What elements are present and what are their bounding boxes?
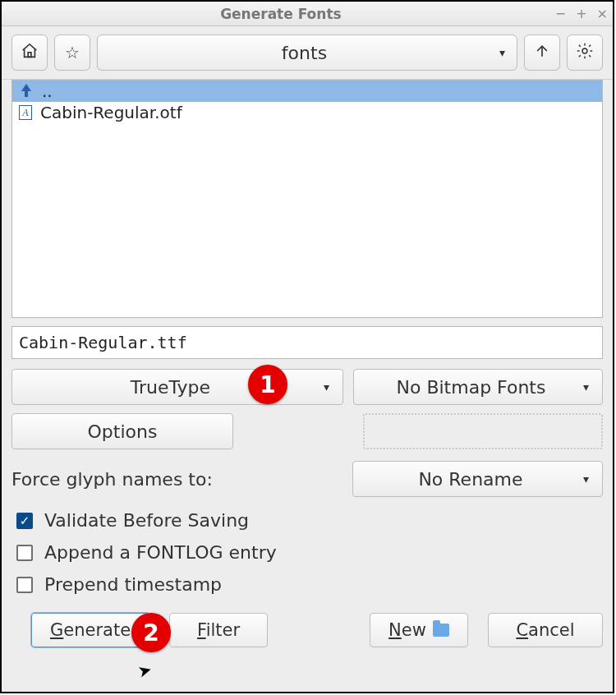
- chevron-down-icon: ▾: [583, 380, 589, 394]
- checkbox-label: Prepend timestamp: [44, 574, 222, 595]
- svg-point-1: [582, 48, 587, 53]
- toolbar: ☆ fonts ▾: [2, 26, 613, 80]
- checkbox-icon: [16, 545, 33, 561]
- button-label: Filter: [197, 620, 240, 640]
- filename-input[interactable]: [11, 326, 603, 359]
- button-label: New: [388, 620, 426, 640]
- gear-icon: [576, 42, 594, 64]
- filter-button[interactable]: Filter: [169, 613, 268, 647]
- checkbox-label: Validate Before Saving: [44, 510, 249, 531]
- button-label: Cancel: [516, 620, 574, 640]
- settings-button[interactable]: [567, 35, 603, 71]
- glyph-rename-value: No Rename: [366, 469, 575, 490]
- home-button[interactable]: [11, 35, 48, 71]
- font-format-select[interactable]: TrueType ▾: [11, 369, 343, 405]
- bitmap-format-select[interactable]: No Bitmap Fonts ▾: [353, 369, 603, 405]
- options-button[interactable]: Options: [11, 413, 233, 449]
- bookmark-button[interactable]: ☆: [54, 35, 90, 71]
- chevron-down-icon: ▾: [583, 472, 589, 486]
- chevron-down-icon: ▾: [499, 46, 505, 59]
- options-label: Options: [88, 421, 158, 442]
- path-dropdown[interactable]: fonts ▾: [97, 35, 517, 71]
- up-arrow-icon: [534, 43, 550, 63]
- glyph-rename-select[interactable]: No Rename ▾: [352, 461, 603, 497]
- bitmap-format-label: No Bitmap Fonts: [367, 377, 575, 398]
- window-title: Generate Fonts: [7, 6, 555, 22]
- checkbox-label: Append a FONTLOG entry: [44, 542, 277, 563]
- file-name: ..: [42, 81, 53, 101]
- validate-before-saving-checkbox[interactable]: ✓ Validate Before Saving: [16, 510, 603, 531]
- mouse-cursor-icon: ➤: [136, 659, 154, 682]
- font-format-label: TrueType: [25, 377, 315, 398]
- prepend-timestamp-checkbox[interactable]: Prepend timestamp: [16, 574, 603, 595]
- titlebar: Generate Fonts − + ×: [2, 2, 613, 26]
- file-row[interactable]: A Cabin-Regular.otf: [12, 102, 602, 123]
- star-icon: ☆: [65, 43, 80, 62]
- maximize-button[interactable]: +: [576, 6, 586, 21]
- checkbox-icon: ✓: [16, 513, 33, 529]
- bitmap-options-placeholder: [363, 413, 603, 449]
- minimize-button[interactable]: −: [555, 6, 566, 21]
- checkbox-icon: [16, 577, 33, 593]
- folder-icon: [433, 624, 449, 637]
- parent-dir-button[interactable]: [524, 35, 560, 71]
- button-label: Generate: [50, 620, 131, 640]
- chevron-down-icon: ▾: [324, 380, 329, 394]
- glyph-rename-label: Force glyph names to:: [11, 469, 342, 490]
- home-icon: [21, 42, 39, 64]
- checkbox-group: ✓ Validate Before Saving Append a FONTLO…: [16, 510, 603, 595]
- path-label: fonts: [109, 43, 499, 63]
- font-file-icon: A: [19, 105, 32, 120]
- new-button[interactable]: New: [370, 613, 468, 647]
- file-row-up[interactable]: ..: [12, 81, 602, 102]
- file-list[interactable]: .. A Cabin-Regular.otf: [11, 80, 603, 318]
- svg-rect-0: [28, 52, 31, 57]
- generate-button[interactable]: Generate: [31, 613, 149, 647]
- file-name: Cabin-Regular.otf: [40, 103, 182, 122]
- close-button[interactable]: ×: [597, 6, 608, 21]
- up-icon: [19, 84, 34, 99]
- append-fontlog-checkbox[interactable]: Append a FONTLOG entry: [16, 542, 603, 563]
- cancel-button[interactable]: Cancel: [488, 613, 603, 647]
